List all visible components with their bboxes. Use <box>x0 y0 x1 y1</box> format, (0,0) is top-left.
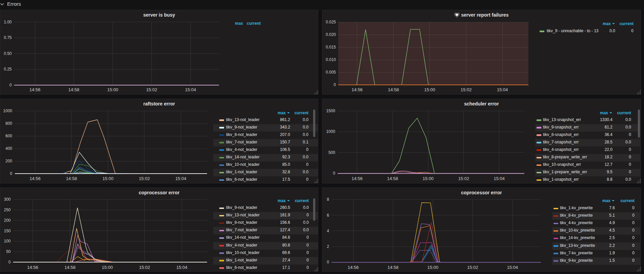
svg-text:1000: 1000 <box>326 129 335 134</box>
svg-text:0.005: 0.005 <box>326 70 336 75</box>
svg-text:14:58: 14:58 <box>387 176 398 181</box>
svg-text:14:58: 14:58 <box>64 265 76 270</box>
svg-text:0: 0 <box>8 260 11 265</box>
svg-text:800: 800 <box>5 121 12 126</box>
svg-text:15:00: 15:00 <box>427 265 439 270</box>
svg-text:50: 50 <box>6 249 11 254</box>
svg-text:15:04: 15:04 <box>175 176 186 181</box>
svg-text:15:04: 15:04 <box>497 87 508 92</box>
svg-text:0: 0 <box>334 82 336 87</box>
svg-text:15:00: 15:00 <box>107 87 118 92</box>
svg-text:0: 0 <box>327 260 329 265</box>
svg-text:250: 250 <box>4 208 11 212</box>
svg-text:200: 200 <box>4 218 11 223</box>
svg-text:0: 0 <box>333 171 335 176</box>
svg-text:15:02: 15:02 <box>458 176 469 181</box>
svg-text:15:00: 15:00 <box>102 265 113 270</box>
svg-text:500: 500 <box>328 150 335 155</box>
svg-text:14:58: 14:58 <box>68 87 80 92</box>
svg-text:4: 4 <box>327 229 329 233</box>
svg-text:1500: 1500 <box>326 109 335 113</box>
svg-text:14:56: 14:56 <box>351 87 363 92</box>
svg-text:14:56: 14:56 <box>351 176 363 181</box>
svg-text:15:04: 15:04 <box>494 176 505 181</box>
svg-text:15:00: 15:00 <box>424 87 436 92</box>
svg-text:14:58: 14:58 <box>66 176 77 181</box>
svg-text:8: 8 <box>327 197 329 202</box>
svg-text:0.75: 0.75 <box>4 35 12 40</box>
svg-text:14:58: 14:58 <box>387 265 399 270</box>
svg-text:15:00: 15:00 <box>423 176 434 181</box>
svg-text:100: 100 <box>4 239 11 243</box>
svg-text:300: 300 <box>4 197 11 202</box>
svg-text:15:00: 15:00 <box>102 176 114 181</box>
svg-text:2: 2 <box>327 244 329 249</box>
svg-text:1000: 1000 <box>3 109 12 113</box>
svg-text:200: 200 <box>5 159 12 163</box>
svg-text:0: 0 <box>9 83 12 87</box>
svg-text:600: 600 <box>5 134 12 138</box>
svg-text:15:04: 15:04 <box>176 265 187 270</box>
svg-text:400: 400 <box>5 146 12 151</box>
svg-text:0.020: 0.020 <box>326 32 336 37</box>
svg-text:15:02: 15:02 <box>139 176 150 181</box>
svg-text:0.010: 0.010 <box>326 57 336 62</box>
svg-text:14:58: 14:58 <box>388 87 399 92</box>
svg-text:14:56: 14:56 <box>29 87 41 92</box>
svg-text:14:56: 14:56 <box>27 265 38 270</box>
svg-text:1.00: 1.00 <box>4 20 12 24</box>
svg-text:15:02: 15:02 <box>467 265 478 270</box>
svg-text:0.015: 0.015 <box>326 45 336 50</box>
svg-text:0.025: 0.025 <box>326 20 336 24</box>
svg-text:150: 150 <box>4 229 11 233</box>
svg-text:15:02: 15:02 <box>146 87 157 92</box>
svg-text:6: 6 <box>327 213 329 218</box>
svg-text:15:04: 15:04 <box>185 87 196 92</box>
svg-text:0.25: 0.25 <box>4 67 12 72</box>
svg-text:15:02: 15:02 <box>461 87 472 92</box>
svg-text:15:02: 15:02 <box>139 265 150 270</box>
svg-text:0: 0 <box>10 171 12 176</box>
svg-text:14:56: 14:56 <box>29 176 41 181</box>
svg-text:14:56: 14:56 <box>348 265 359 270</box>
svg-text:15:04: 15:04 <box>507 265 518 270</box>
svg-text:0.50: 0.50 <box>4 51 12 56</box>
